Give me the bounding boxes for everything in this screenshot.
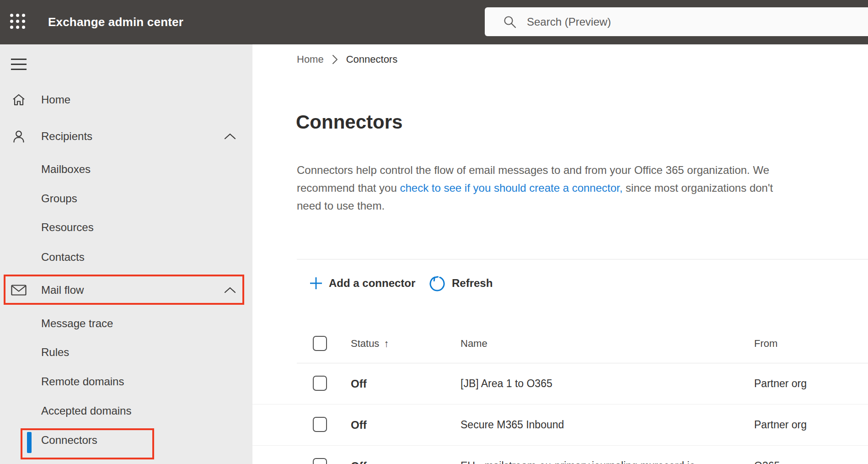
envelope-icon (11, 277, 27, 303)
row-checkbox[interactable] (313, 376, 327, 391)
sidebar-item-label: Mailboxes (41, 156, 91, 182)
breadcrumb-current: Connectors (346, 54, 398, 65)
sidebar-item-home[interactable]: Home (0, 87, 252, 113)
column-header-name[interactable]: Name (461, 336, 488, 351)
breadcrumb: Home Connectors (297, 53, 397, 66)
refresh-icon (429, 275, 446, 292)
description-line: Connectors help control the flow of emai… (297, 161, 773, 179)
search-icon (503, 15, 517, 29)
search-box[interactable] (485, 7, 868, 36)
selected-item-indicator (27, 432, 32, 453)
table-row[interactable]: Off Secure M365 Inbound Partner org (252, 405, 868, 446)
row-checkbox[interactable] (313, 417, 327, 432)
sidebar-item-label: Groups (41, 186, 77, 211)
sidebar-item-mailboxes[interactable]: Mailboxes (0, 156, 252, 182)
description-line: need to use them. (297, 197, 773, 215)
plus-icon (309, 276, 323, 290)
breadcrumb-home-link[interactable]: Home (297, 54, 324, 65)
cell-status: Off (351, 363, 367, 404)
chevron-up-icon[interactable] (224, 124, 236, 149)
cell-from: Partner org (754, 363, 807, 404)
table-header-row: Status ↑ Name From (252, 336, 868, 351)
page-description: Connectors help control the flow of emai… (297, 161, 773, 215)
sidebar-item-rules[interactable]: Rules (0, 340, 252, 365)
sidebar-item-label: Remote domains (41, 369, 124, 394)
app-title: Exchange admin center (48, 0, 183, 44)
refresh-button[interactable]: Refresh (429, 273, 493, 293)
search-input[interactable] (526, 15, 839, 29)
cell-status: Off (351, 405, 367, 445)
cell-status: Off (351, 446, 367, 464)
sidebar-item-message-trace[interactable]: Message trace (0, 311, 252, 336)
main-content: Home Connectors Connectors Connectors he… (252, 44, 868, 464)
sidebar-item-label: Connectors (41, 427, 97, 453)
cell-name[interactable]: EU - mailstream-eu-primary.journaling.mx… (461, 446, 695, 464)
sidebar-item-label: Resources (41, 215, 94, 240)
sidebar-item-label: Contacts (41, 244, 85, 270)
toolbar-top-divider (297, 259, 868, 259)
sidebar-item-resources[interactable]: Resources (0, 215, 252, 240)
sidebar-item-mail-flow[interactable]: Mail flow (0, 277, 252, 303)
sidebar-item-remote-domains[interactable]: Remote domains (0, 369, 252, 394)
cell-name[interactable]: Secure M365 Inbound (461, 405, 564, 445)
chevron-up-icon[interactable] (224, 277, 236, 303)
sidebar-item-recipients[interactable]: Recipients (0, 124, 252, 149)
sidebar-item-label: Recipients (41, 124, 92, 149)
home-icon (11, 87, 27, 113)
sidebar-item-groups[interactable]: Groups (0, 186, 252, 211)
cell-from: O365 (754, 446, 780, 464)
sidebar-item-label: Message trace (41, 311, 113, 336)
description-line: recommend that you check to see if you s… (297, 179, 773, 197)
sort-ascending-icon: ↑ (384, 338, 389, 350)
column-header-status[interactable]: Status ↑ (351, 336, 389, 351)
add-connector-button[interactable]: Add a connector (309, 273, 415, 293)
column-header-from[interactable]: From (754, 336, 777, 351)
sidebar-item-label: Mail flow (41, 277, 84, 303)
hamburger-menu-icon[interactable] (11, 59, 27, 70)
table-row[interactable]: Off [JB] Area 1 to O365 Partner org (252, 363, 868, 405)
create-connector-link[interactable]: check to see if you should create a conn… (400, 182, 622, 194)
sidebar-item-label: Home (41, 87, 70, 113)
sidebar-nav: Home Recipients Mailboxes Groups Resourc… (0, 44, 252, 464)
select-all-checkbox[interactable] (313, 336, 327, 351)
page-title: Connectors (296, 111, 402, 133)
row-checkbox[interactable] (313, 458, 327, 464)
sidebar-item-contacts[interactable]: Contacts (0, 244, 252, 270)
chevron-right-icon (332, 54, 338, 65)
sidebar-item-label: Accepted domains (41, 398, 131, 424)
table-row[interactable]: Off EU - mailstream-eu-primary.journalin… (252, 446, 868, 464)
sidebar-item-connectors[interactable]: Connectors (0, 427, 252, 453)
sidebar-item-label: Rules (41, 340, 69, 365)
app-launcher-icon[interactable] (10, 14, 25, 29)
cell-name[interactable]: [JB] Area 1 to O365 (461, 363, 552, 404)
top-app-bar: Exchange admin center (0, 0, 868, 44)
person-icon (11, 124, 27, 149)
cell-from: Partner org (754, 405, 807, 445)
sidebar-item-accepted-domains[interactable]: Accepted domains (0, 398, 252, 424)
